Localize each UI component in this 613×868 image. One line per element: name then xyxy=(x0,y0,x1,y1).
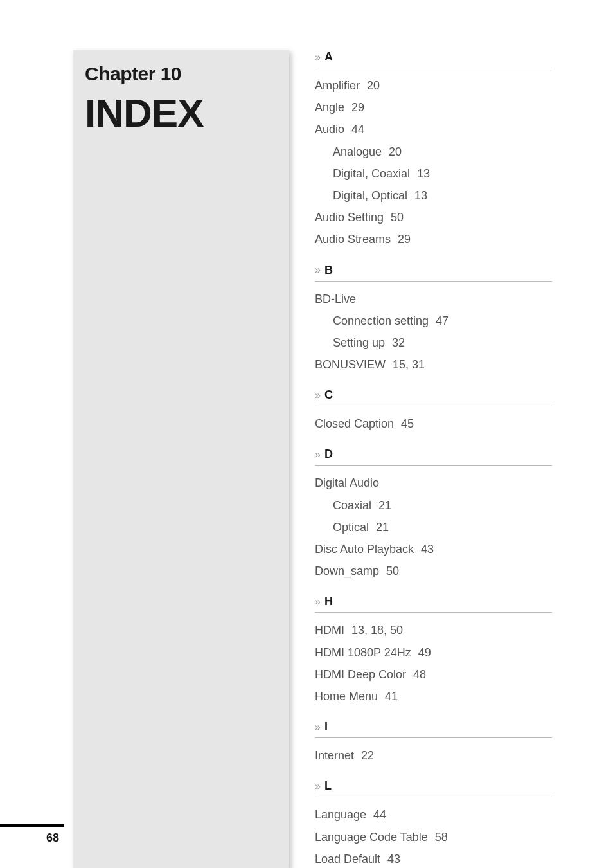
index-entry-pages: 20 xyxy=(364,79,380,92)
index-entry-pages: 15, 31 xyxy=(389,358,425,371)
chevrons-icon: » xyxy=(315,449,318,460)
index-entry-pages: 41 xyxy=(382,690,398,703)
section-letter: B xyxy=(324,264,333,277)
index-entry-label: Analogue xyxy=(333,145,382,158)
index-entry: Home Menu 41 xyxy=(315,685,552,707)
section-header: »C xyxy=(315,388,552,406)
section-header: »L xyxy=(315,779,552,797)
index-entry: Audio Streams 29 xyxy=(315,228,552,250)
index-entry-label: HDMI Deep Color xyxy=(315,668,406,681)
index-entry-pages: 43 xyxy=(418,543,434,556)
index-entry: Audio 44 xyxy=(315,118,552,140)
index-entry: Connection setting 47 xyxy=(315,310,552,332)
index-entry-pages: 20 xyxy=(386,145,402,158)
chevrons-icon: » xyxy=(315,264,318,276)
index-entry-pages: 48 xyxy=(410,668,426,681)
index-entry: Down_samp 50 xyxy=(315,560,552,582)
index-entry-label: Disc Auto Playback xyxy=(315,543,414,556)
index-entry-label: Audio Setting xyxy=(315,211,384,224)
index-entry-label: Internet xyxy=(315,749,354,762)
index-entry-pages: 50 xyxy=(387,211,404,224)
section-letter: I xyxy=(324,720,328,734)
chevrons-icon: » xyxy=(315,596,318,608)
index-entry: Disc Auto Playback 43 xyxy=(315,538,552,560)
index-entry-pages: 49 xyxy=(415,646,431,659)
index-entry-pages: 43 xyxy=(384,853,400,865)
index-entry: Digital, Optical 13 xyxy=(315,185,552,206)
section-letter: D xyxy=(324,448,333,461)
chevrons-icon: » xyxy=(315,721,318,733)
index-entry-pages: 13 xyxy=(414,167,430,180)
index-entry: BONUSVIEW 15, 31 xyxy=(315,354,552,375)
index-entry-pages: 50 xyxy=(383,565,399,577)
index-entry: Language 44 xyxy=(315,804,552,826)
index-entry: Amplifier 20 xyxy=(315,75,552,96)
index-entry-label: Closed Caption xyxy=(315,417,394,430)
index-entry-label: Optical xyxy=(333,521,369,534)
index-entry: HDMI Deep Color 48 xyxy=(315,664,552,685)
chapter-label: Chapter 10 xyxy=(85,63,278,85)
index-entry-pages: 29 xyxy=(348,101,364,114)
index-entry-label: Down_samp xyxy=(315,565,379,577)
section-header: »I xyxy=(315,720,552,738)
index-entry: HDMI 13, 18, 50 xyxy=(315,619,552,641)
section-letter: A xyxy=(324,50,333,64)
index-entry-label: Digital Audio xyxy=(315,476,379,489)
index-entry-pages: 32 xyxy=(389,336,405,349)
index-entry: Digital, Coaxial 13 xyxy=(315,163,552,185)
chevrons-icon: » xyxy=(315,781,318,792)
index-entry-pages: 21 xyxy=(373,521,389,534)
footer-bar xyxy=(0,824,64,827)
index-entry-label: Digital, Optical xyxy=(333,189,407,202)
index-entry-label: Language Code Table xyxy=(315,831,428,844)
index-entry: Optical 21 xyxy=(315,516,552,538)
index-entry: Angle 29 xyxy=(315,96,552,118)
index-entry: Coaxial 21 xyxy=(315,494,552,516)
index-entry-pages: 29 xyxy=(395,233,411,246)
section-header: »D xyxy=(315,448,552,466)
index-entry-label: HDMI 1080P 24Hz xyxy=(315,646,411,659)
index-entry-label: HDMI xyxy=(315,624,344,637)
index-entry-pages: 47 xyxy=(432,314,449,327)
index-entry: HDMI 1080P 24Hz 49 xyxy=(315,642,552,664)
index-entry-label: Coaxial xyxy=(333,499,371,512)
index-entry-pages: 45 xyxy=(398,417,414,430)
index-entry-label: Amplifier xyxy=(315,79,360,92)
index-entry: Audio Setting 50 xyxy=(315,206,552,228)
index-title: INDEX xyxy=(85,90,278,136)
index-entry: Internet 22 xyxy=(315,745,552,766)
index-column: »AAmplifier 20Angle 29Audio 44Analogue 2… xyxy=(315,50,552,868)
title-panel: Chapter 10 INDEX xyxy=(73,50,289,868)
index-entry-pages: 13, 18, 50 xyxy=(348,624,403,637)
index-entry-label: Connection setting xyxy=(333,314,429,327)
page-content: Chapter 10 INDEX »AAmplifier 20Angle 29A… xyxy=(0,0,613,868)
index-entry: Language Code Table 58 xyxy=(315,826,552,848)
index-entry-label: Home Menu xyxy=(315,690,378,703)
section-header: »A xyxy=(315,50,552,68)
index-entry-pages: 58 xyxy=(432,831,448,844)
index-entry-label: Audio Streams xyxy=(315,233,391,246)
index-entry-pages: 22 xyxy=(358,749,374,762)
index-entry: Analogue 20 xyxy=(315,141,552,163)
section-letter: L xyxy=(324,779,332,793)
index-entry: BD-Live xyxy=(315,288,552,310)
index-entry-pages: 44 xyxy=(348,123,364,136)
chevrons-icon: » xyxy=(315,51,318,63)
page-footer: 68 xyxy=(0,824,64,845)
section-letter: H xyxy=(324,595,333,608)
index-entry-label: Language xyxy=(315,808,366,821)
index-entry-label: Audio xyxy=(315,123,344,136)
index-entry-label: Digital, Coaxial xyxy=(333,167,410,180)
index-entry: Setting up 32 xyxy=(315,332,552,354)
index-entry: Closed Caption 45 xyxy=(315,413,552,435)
index-entry: Digital Audio xyxy=(315,472,552,494)
index-entry-label: Load Default xyxy=(315,853,380,865)
index-entry: Load Default 43 xyxy=(315,848,552,868)
index-entry-label: Setting up xyxy=(333,336,385,349)
chevrons-icon: » xyxy=(315,390,318,401)
index-entry-label: Angle xyxy=(315,101,344,114)
section-letter: C xyxy=(324,388,333,402)
section-header: »B xyxy=(315,264,552,282)
index-entry-pages: 13 xyxy=(411,189,427,202)
index-entry-label: BONUSVIEW xyxy=(315,358,386,371)
